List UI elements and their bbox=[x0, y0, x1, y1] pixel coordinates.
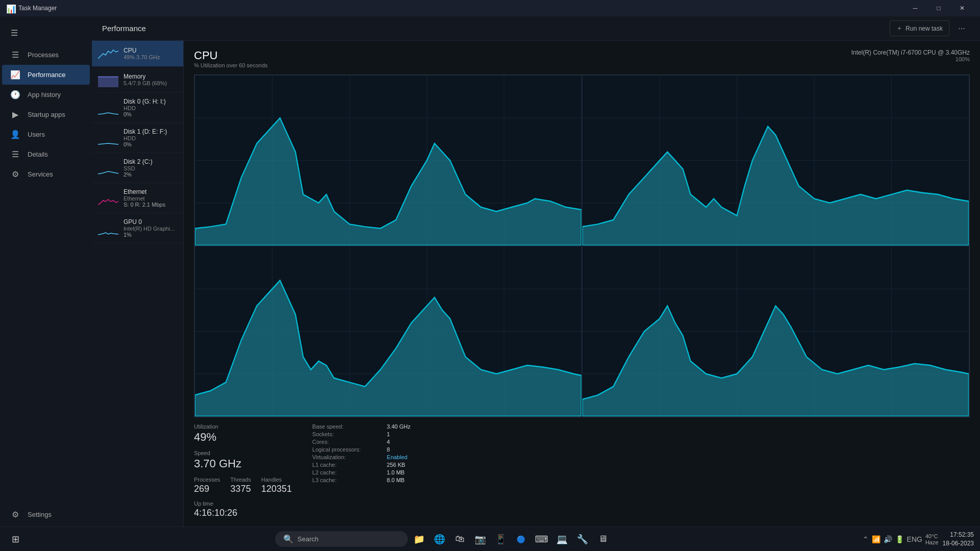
disk0-info: Disk 0 (G: H: I:) HDD 0% bbox=[124, 98, 177, 117]
l2-cache-key: L2 cache: bbox=[312, 469, 379, 475]
photos-icon[interactable]: 📷 bbox=[471, 530, 489, 548]
handles-value: 120351 bbox=[261, 484, 292, 494]
device-item-memory[interactable]: Memory 5.4/7.9 GB (68%) bbox=[92, 67, 183, 93]
more-button[interactable]: ··· bbox=[953, 20, 970, 37]
search-text: Search bbox=[298, 535, 318, 543]
device-item-gpu0[interactable]: GPU 0 Intel(R) HD Graphi... 1% bbox=[92, 213, 183, 243]
device-item-disk0[interactable]: Disk 0 (G: H: I:) HDD 0% bbox=[92, 93, 183, 123]
device-item-disk1[interactable]: Disk 1 (D: E: F:) HDD 0% bbox=[92, 123, 183, 153]
sidebar-label-startup: Startup apps bbox=[28, 111, 65, 118]
uptime-label: Up time bbox=[194, 500, 292, 507]
monitor-icon[interactable]: 🖥 bbox=[594, 530, 612, 548]
file-explorer-icon[interactable]: 📁 bbox=[410, 530, 428, 548]
disk1-name: Disk 1 (D: E: F:) bbox=[124, 128, 177, 135]
date-display: 18-06-2023 bbox=[943, 539, 974, 548]
performance-icon: 📈 bbox=[10, 70, 20, 80]
base-speed-key: Base speed: bbox=[312, 423, 379, 430]
sidebar-item-app-history[interactable]: 🕐 App history bbox=[2, 85, 90, 105]
l3-cache-row: L3 cache: 8.0 MB bbox=[312, 477, 410, 483]
device-item-disk2[interactable]: Disk 2 (C:) SSD 2% bbox=[92, 153, 183, 183]
virtualization-key: Virtualization: bbox=[312, 454, 379, 460]
close-button[interactable]: ✕ bbox=[950, 0, 974, 16]
chrome-icon[interactable]: 🔵 bbox=[512, 530, 530, 548]
chevron-up-icon[interactable]: ⌃ bbox=[863, 535, 869, 543]
sidebar-item-settings[interactable]: ⚙ Settings bbox=[2, 505, 90, 524]
disk0-sub: HDD bbox=[124, 105, 177, 111]
store-icon[interactable]: 🛍 bbox=[451, 530, 469, 548]
device-list: CPU 49% 3.70 GHz Memory 5.4/7.9 GB ( bbox=[92, 41, 184, 527]
search-icon: 🔍 bbox=[283, 534, 293, 544]
l1-cache-key: L1 cache: bbox=[312, 462, 379, 468]
audio-icon[interactable]: 🔊 bbox=[884, 535, 892, 543]
disk0-val: 0% bbox=[124, 111, 177, 117]
cpu-mini-chart bbox=[98, 46, 118, 61]
terminal-icon[interactable]: ⌨ bbox=[532, 530, 551, 548]
svg-marker-26 bbox=[195, 281, 581, 416]
sidebar-item-details[interactable]: ☰ Details bbox=[2, 144, 90, 164]
device-item-cpu[interactable]: CPU 49% 3.70 GHz bbox=[92, 41, 183, 67]
l1-cache-row: L1 cache: 256 KB bbox=[312, 462, 410, 468]
base-speed-row: Base speed: 3.40 GHz bbox=[312, 423, 410, 430]
device-item-ethernet[interactable]: Ethernet Ethernet S: 0 R: 2.1 Mbps bbox=[92, 183, 183, 213]
header-bar: Performance ＋ Run new task ··· bbox=[92, 16, 980, 41]
search-bar[interactable]: 🔍 Search bbox=[275, 531, 408, 547]
handles-label: Handles bbox=[261, 477, 292, 483]
gpu0-sub: Intel(R) HD Graphi... bbox=[124, 226, 177, 232]
threads-value: 3375 bbox=[230, 484, 251, 494]
run-new-task-button[interactable]: ＋ Run new task bbox=[890, 20, 949, 36]
ethernet-mini-chart bbox=[98, 190, 118, 206]
time-block[interactable]: 17:52:35 18-06-2023 bbox=[943, 531, 974, 548]
battery-icon[interactable]: 🔋 bbox=[895, 535, 904, 543]
sockets-row: Sockets: 1 bbox=[312, 431, 410, 437]
network-icon[interactable]: 📶 bbox=[872, 535, 880, 543]
sidebar-item-processes[interactable]: ☰ Processes bbox=[2, 45, 90, 65]
services-icon: ⚙ bbox=[10, 169, 20, 179]
sidebar-label-performance: Performance bbox=[28, 71, 65, 79]
language-indicator[interactable]: ENG bbox=[907, 535, 922, 543]
windows-button[interactable]: ⊞ bbox=[6, 530, 24, 548]
disk2-info: Disk 2 (C:) SSD 2% bbox=[124, 158, 177, 178]
sidebar-label-settings: Settings bbox=[28, 511, 52, 518]
maximize-button[interactable]: □ bbox=[927, 0, 950, 16]
cpu-chart-q1 bbox=[194, 75, 582, 246]
sidebar-label-users: Users bbox=[28, 131, 45, 138]
l2-cache-row: L2 cache: 1.0 MB bbox=[312, 469, 410, 475]
vscode-icon[interactable]: 💻 bbox=[553, 530, 571, 548]
l2-cache-val: 1.0 MB bbox=[387, 469, 405, 475]
temperature-text: 40°C bbox=[925, 533, 938, 539]
content-area: Performance ＋ Run new task ··· bbox=[92, 16, 980, 527]
sockets-key: Sockets: bbox=[312, 431, 379, 437]
processes-icon: ☰ bbox=[10, 50, 20, 60]
taskbar: ⊞ 🔍 Search 📁 🌐 🛍 📷 📱 🔵 ⌨ 💻 🔧 🖥 ⌃ 📶 🔊 🔋 E… bbox=[0, 527, 980, 551]
app-icon: 📊 bbox=[6, 4, 14, 12]
disk1-val: 0% bbox=[124, 141, 177, 147]
sidebar: ☰ ☰ Processes 📈 Performance 🕐 App histor… bbox=[0, 16, 92, 527]
logical-proc-val: 8 bbox=[387, 446, 390, 453]
processes-value: 269 bbox=[194, 484, 220, 494]
utilization-value: 49% bbox=[194, 431, 292, 444]
sidebar-item-services[interactable]: ⚙ Services bbox=[2, 164, 90, 184]
ethernet-val: S: 0 R: 2.1 Mbps bbox=[124, 202, 177, 208]
cpu-chart-q4 bbox=[582, 246, 969, 417]
sidebar-label-services: Services bbox=[28, 170, 53, 178]
cpu-chart-q3 bbox=[194, 246, 582, 417]
speed-stat: Speed 3.70 GHz bbox=[194, 450, 241, 470]
menu-button[interactable]: ☰ bbox=[4, 22, 24, 43]
speed-label: Speed bbox=[194, 450, 241, 456]
extension-icon[interactable]: 🔧 bbox=[573, 530, 592, 548]
edge-icon[interactable]: 🌐 bbox=[430, 530, 449, 548]
minimize-button[interactable]: ─ bbox=[903, 0, 927, 16]
threads-stat: Threads 3375 bbox=[230, 477, 251, 494]
sidebar-item-startup-apps[interactable]: ▶ Startup apps bbox=[2, 105, 90, 124]
cpu-pct-max: 100% bbox=[851, 56, 970, 62]
gpu0-val: 1% bbox=[124, 232, 177, 238]
sidebar-item-performance[interactable]: 📈 Performance bbox=[2, 65, 90, 85]
l1-cache-val: 256 KB bbox=[387, 462, 405, 468]
sidebar-label-app-history: App history bbox=[28, 91, 61, 98]
memory-mini-chart bbox=[98, 72, 118, 87]
app-history-icon: 🕐 bbox=[10, 90, 20, 99]
phone-link-icon[interactable]: 📱 bbox=[492, 530, 510, 548]
handles-stat: Handles 120351 bbox=[261, 477, 292, 494]
sidebar-item-users[interactable]: 👤 Users bbox=[2, 124, 90, 144]
disk1-info: Disk 1 (D: E: F:) HDD 0% bbox=[124, 128, 177, 147]
